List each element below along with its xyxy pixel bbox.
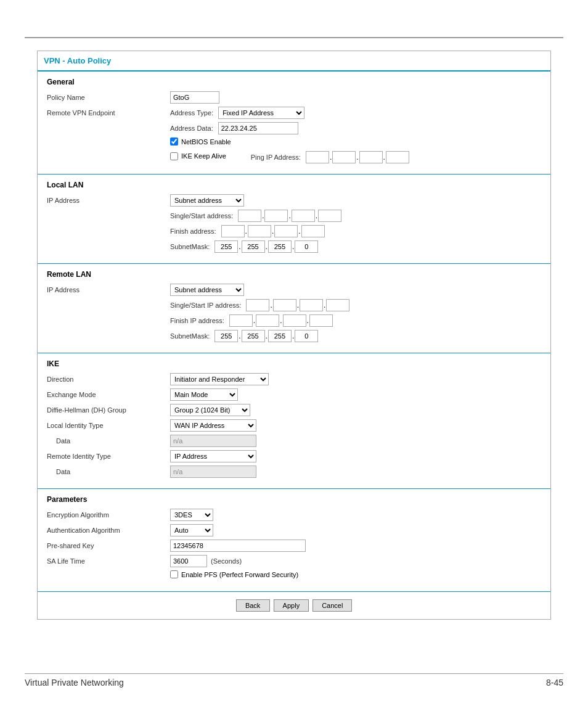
main-container: VPN - Auto Policy General Policy Name Re… [37,51,551,620]
direction-select[interactable]: Initiator and Responder Initiator Only R… [170,373,269,385]
local-fin-2[interactable] [248,225,271,237]
local-fin-3[interactable] [274,225,298,237]
local-ss-1[interactable] [238,210,261,222]
auth-algorithm-label: Authentication Algorithm [47,527,170,534]
local-finish-ip: . . . [221,225,325,237]
remote-single-start-ip: . . . [246,299,349,311]
encryption-select[interactable]: 3DES DES AES-128 AES-192 AES-256 [170,509,213,521]
seconds-label: (Seconds) [211,557,242,565]
ike-section: IKE Direction Initiator and Responder In… [38,353,550,489]
local-ss-4[interactable] [318,210,341,222]
apply-button[interactable]: Apply [274,599,309,612]
local-sm-1[interactable] [214,240,238,253]
remote-ip-type-control: Subnet address Single address Range addr… [170,284,541,296]
remote-ss-3[interactable] [300,299,323,311]
exchange-mode-control: Main Mode Aggressive Mode [170,388,541,401]
remote-id-type-control: IP Address FQDN WAN IP Address [170,450,541,462]
remote-sm-1[interactable] [214,330,238,342]
address-data-input[interactable] [218,122,298,134]
cancel-button[interactable]: Cancel [312,599,352,612]
remote-ss-2[interactable] [273,299,296,311]
ike-keepalive-control: IKE Keep Alive Ping IP Address: . . . [170,151,541,163]
vpn-box: VPN - Auto Policy General Policy Name Re… [37,51,551,620]
policy-name-label: Policy Name [47,94,170,101]
local-subnet-mask-row: SubnetMask: . . . [47,240,541,253]
auth-algorithm-select[interactable]: Auto MD5 SHA-1 [170,524,213,536]
encryption-label: Encryption Algorithm [47,511,170,519]
remote-sm-4[interactable] [295,330,318,342]
dh-group-select[interactable]: Group 1 (768 Bit) Group 2 (1024 Bit) Gro… [170,404,250,416]
remote-single-start-control: Single/Start IP address: . . . [170,299,541,311]
remote-data-input[interactable] [170,466,256,478]
sa-life-time-control: (Seconds) [170,555,541,567]
local-fin-4[interactable] [301,225,325,237]
footer-left: Virtual Private Networking [25,678,124,688]
remote-fin-4[interactable] [309,314,333,327]
ike-title: IKE [47,359,541,368]
dh-group-label: Diffie-Hellman (DH) Group [47,406,170,414]
direction-row: Direction Initiator and Responder Initia… [47,373,541,385]
local-sm-2[interactable] [242,240,265,253]
local-fin-1[interactable] [221,225,245,237]
ike-keepalive-checkbox-row: IKE Keep Alive [170,152,226,160]
remote-fin-3[interactable] [283,314,306,327]
preshared-key-input[interactable] [170,540,306,552]
preshared-key-label: Pre-shared Key [47,542,170,549]
remote-data-row: Data [47,466,541,478]
remote-lan-section: Remote LAN IP Address Subnet address Sin… [38,264,550,353]
exchange-mode-select[interactable]: Main Mode Aggressive Mode [170,388,238,401]
local-ip-type-select[interactable]: Subnet address Single address Range addr… [170,194,244,207]
remote-fin-2[interactable] [256,314,279,327]
address-data-label: Address Data: [170,125,213,132]
ping-ip-3[interactable] [359,151,383,163]
remote-finish-ip: . . . [229,314,333,327]
remote-finish-row: Finish IP address: . . . [47,314,541,327]
remote-id-type-label: Remote Identity Type [47,453,170,460]
auth-algorithm-control: Auto MD5 SHA-1 [170,524,541,536]
policy-name-control [170,91,541,104]
remote-ip-label: IP Address [47,286,170,293]
policy-name-row: Policy Name [47,91,541,104]
local-ss-2[interactable] [264,210,288,222]
remote-fin-1[interactable] [229,314,253,327]
netbios-label: NetBIOS Enable [181,138,231,146]
policy-name-input[interactable] [170,91,219,104]
netbios-checkbox-row: NetBIOS Enable [170,138,231,146]
local-ss-3[interactable] [292,210,315,222]
remote-id-type-row: Remote Identity Type IP Address FQDN WAN… [47,450,541,462]
local-single-start-control: Single/Start address: . . . [170,210,541,222]
pfs-checkbox[interactable] [170,570,178,578]
remote-ip-type-select[interactable]: Subnet address Single address Range addr… [170,284,244,296]
general-section: General Policy Name Remote VPN Endpoint … [38,72,550,174]
local-ip-type-control: Subnet address Single address Range addr… [170,194,541,207]
exchange-mode-row: Exchange Mode Main Mode Aggressive Mode [47,388,541,401]
pfs-checkbox-row: Enable PFS (Perfect Forward Security) [170,570,298,578]
ike-keepalive-checkbox[interactable] [170,152,178,160]
remote-id-type-select[interactable]: IP Address FQDN WAN IP Address [170,450,256,462]
ping-ip-1[interactable] [306,151,329,163]
local-sm-3[interactable] [268,240,292,253]
local-id-type-select[interactable]: WAN IP Address IP Address FQDN [170,419,256,432]
ping-ip-4[interactable] [386,151,409,163]
local-data-label: Data [47,437,170,445]
footer-right: 8-45 [546,678,563,688]
local-data-input[interactable] [170,435,256,447]
remote-subnet-mask-row: SubnetMask: . . . [47,330,541,342]
remote-ss-4[interactable] [326,299,349,311]
remote-sm-3[interactable] [268,330,292,342]
pfs-row: Enable PFS (Perfect Forward Security) [47,570,541,581]
netbios-checkbox[interactable] [170,138,178,146]
remote-subnet-mask-control: SubnetMask: . . . [170,330,541,342]
parameters-section: Parameters Encryption Algorithm 3DES DES… [38,489,550,592]
ping-ip-group: . . . [306,151,409,163]
remote-ss-1[interactable] [246,299,269,311]
remote-lan-title: Remote LAN [47,270,541,279]
preshared-key-row: Pre-shared Key [47,540,541,552]
local-sm-4[interactable] [295,240,318,253]
back-button[interactable]: Back [236,599,270,612]
address-type-select[interactable]: Fixed IP Address FQDN Dynamic IP [218,107,304,119]
local-finish-control: Finish address: . . . [170,225,541,237]
remote-sm-2[interactable] [242,330,265,342]
ping-ip-2[interactable] [332,151,356,163]
sa-life-time-input[interactable] [170,555,207,567]
